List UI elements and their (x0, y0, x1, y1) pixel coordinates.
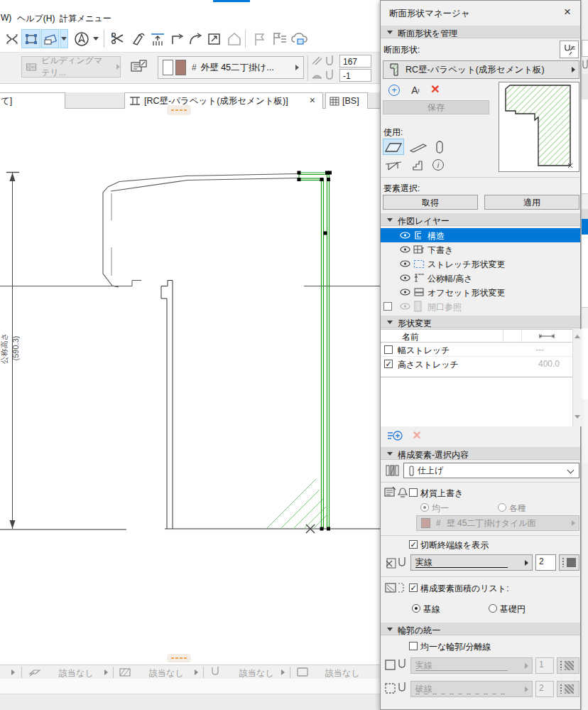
cut-end-lines-checkbox[interactable]: ✓ (409, 540, 418, 549)
separator-pen-field[interactable]: 2 (535, 681, 554, 697)
apply-button[interactable]: 適用 (484, 195, 579, 210)
section-outline[interactable]: 輪郭の統一 (381, 622, 580, 635)
resize-tool-icon[interactable] (205, 29, 224, 48)
uniform-outline-checkbox[interactable] (409, 642, 418, 650)
material-swatch (421, 518, 430, 528)
cut-line-pen-chip[interactable] (559, 554, 579, 571)
layer-row-stretch[interactable]: ストレッチ形状変更 (381, 257, 580, 271)
flag-tool-icon[interactable] (250, 29, 269, 48)
status-pen-value[interactable]: 該当なし (239, 667, 274, 679)
height-stretch-checkbox[interactable]: ✓ (384, 360, 393, 368)
outline-line-type-dropdown[interactable]: 実線 (410, 657, 533, 674)
home-tool-icon[interactable] (224, 29, 244, 48)
palette-titlebar[interactable]: 断面形状マネージャ × (381, 1, 580, 24)
use-stair-button[interactable] (409, 157, 428, 173)
flag-list-tool-icon[interactable] (270, 29, 289, 48)
use-beam-button[interactable] (408, 139, 429, 155)
menu-help[interactable]: ヘルプ(H) (17, 13, 55, 25)
tab-active-label: [RC壁-パラペット(成形セメント板)] (144, 95, 288, 107)
pen-value-bottom-field[interactable]: -1 (339, 69, 371, 82)
modifier-row-height[interactable]: ✓ 高さストレッチ 400.0 (381, 357, 572, 371)
use-wall-button[interactable] (383, 139, 404, 155)
add-modifier-button[interactable] (386, 429, 404, 443)
profile-ibeam-icon (129, 96, 141, 106)
component-area-checkbox[interactable]: ✓ (409, 583, 418, 592)
edit-nodes-tool-icon[interactable] (21, 29, 40, 48)
status-pen-arrow[interactable] (281, 669, 285, 675)
right-edge-panel-fragment (581, 0, 588, 710)
outline-pen-chip[interactable] (557, 657, 579, 674)
palette-title: 断面形状マネージャ (389, 8, 470, 20)
use-column-button[interactable] (432, 139, 447, 155)
component-select-dropdown[interactable]: 仕上げ (403, 463, 579, 478)
status-fill-arrow[interactable] (195, 669, 198, 675)
corner-tool-icon[interactable] (168, 29, 187, 48)
add-profile-button[interactable]: + (387, 83, 401, 97)
delete-modifier-button[interactable]: × (409, 427, 425, 443)
compass-dropdown[interactable] (91, 29, 101, 48)
layer-row-structure[interactable]: 構造 (381, 228, 580, 242)
marquee-tool-icon[interactable] (2, 29, 21, 48)
layer-row-opening-ref[interactable]: 開口参照 (381, 299, 580, 313)
palette-close-icon[interactable]: × (560, 5, 575, 19)
save-button[interactable]: 保存 (383, 100, 489, 114)
fillet-tool-icon[interactable] (186, 29, 205, 48)
layer-row-draft[interactable]: 下書き (381, 242, 580, 257)
tab-left-partial[interactable]: て] (0, 92, 65, 109)
delete-profile-button[interactable]: × (428, 81, 443, 97)
modifier-row-width[interactable]: 幅ストレッチ --- (381, 343, 572, 357)
section-component[interactable]: 構成要素-選択内容 (381, 446, 580, 460)
use-info-button[interactable]: i (430, 157, 446, 173)
status-frame-value[interactable]: 該当なし (325, 667, 360, 679)
section-drawing-layers[interactable]: 作図レイヤー (381, 213, 580, 226)
menu-calc[interactable]: 計算メニュー (60, 13, 111, 25)
col-name-header[interactable]: 名前 (402, 331, 419, 343)
tab-active-profile[interactable]: [RC壁-パラペット(成形セメント板)] × (124, 92, 323, 109)
section-modifiers-label: 形状変更 (398, 318, 432, 330)
use-railing-button[interactable] (383, 157, 404, 173)
status-layer-arrow[interactable] (104, 669, 108, 675)
adjust-tool-icon[interactable] (128, 29, 147, 48)
uniform-radio[interactable] (420, 503, 429, 512)
basecircle-radio[interactable] (489, 604, 497, 613)
cut-line-type-dropdown[interactable]: 実線 (410, 554, 533, 571)
compass-tool-icon[interactable] (72, 29, 91, 48)
modifiers-scrollbar[interactable] (572, 329, 582, 426)
layer-row-offset[interactable]: オフセット形状変更 (381, 285, 580, 299)
scroll-down-icon[interactable] (575, 415, 580, 419)
opening-ref-checkbox[interactable] (383, 302, 392, 311)
material-override-checkbox[interactable] (409, 488, 418, 497)
tab-close-icon[interactable]: × (310, 95, 315, 106)
cut-line-pen-field[interactable]: 2 (535, 554, 556, 571)
separator-line-type-dropdown[interactable]: 破線 (410, 681, 533, 697)
status-fill-value[interactable]: 該当なし (149, 667, 184, 679)
tab-bs[interactable]: [BS] (325, 92, 368, 109)
transfer-settings-button[interactable] (130, 58, 148, 84)
profile-select-dropdown[interactable]: RC壁-パラペット(成形セメント板) (383, 60, 579, 79)
pen-set-button[interactable] (560, 41, 579, 58)
separator-pen-chip[interactable] (557, 681, 579, 697)
section-modifiers[interactable]: 形状変更 (381, 315, 580, 328)
layer-row-nominal[interactable]: 公称幅/高さ (381, 271, 580, 285)
scroll-up-icon[interactable] (575, 335, 580, 338)
cloud-sync-icon[interactable] (290, 29, 309, 48)
modifier-value[interactable]: --- (523, 345, 557, 355)
status-layer-value[interactable]: 該当なし (59, 667, 94, 679)
baseline-radio[interactable] (412, 604, 420, 613)
rename-profile-button[interactable]: AI (408, 83, 423, 97)
building-material-button[interactable]: ビルディングマテリ... (21, 56, 121, 77)
fill-selector-dropdown[interactable]: # 外壁 45二丁掛け... (158, 56, 304, 79)
extend-tool-icon[interactable] (148, 29, 167, 48)
pen-value-top-field[interactable]: 167 (339, 55, 371, 68)
width-stretch-checkbox[interactable] (384, 345, 393, 354)
split-tool-icon[interactable] (108, 29, 127, 48)
get-button[interactable]: 取得 (383, 195, 478, 210)
outline-pen-field[interactable]: 1 (535, 657, 554, 674)
rotate-tool-dropdown[interactable] (60, 29, 68, 48)
status-expand-arrow[interactable] (11, 669, 15, 675)
various-radio[interactable] (498, 503, 506, 512)
rotate-tool-icon[interactable] (41, 29, 59, 48)
section-manage-profiles[interactable]: 断面形状を管理 (381, 25, 580, 38)
modifier-value[interactable]: 400.0 (520, 359, 560, 369)
material-dropdown[interactable]: # 壁 45二丁掛けタイル面 (416, 515, 579, 531)
